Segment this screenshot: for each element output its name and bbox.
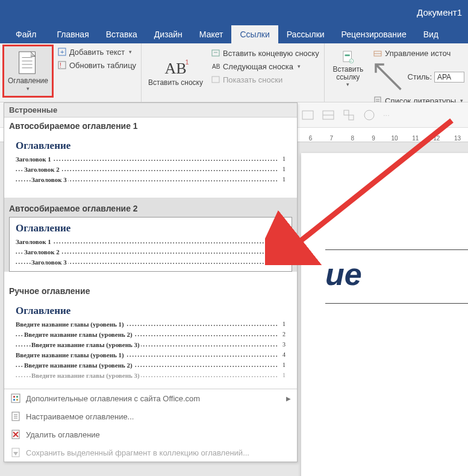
gallery-header-builtin: Встроенные	[4, 103, 297, 117]
insert-endnote-button[interactable]: Вставить концевую сноску	[210, 47, 320, 59]
update-icon: !	[57, 60, 67, 70]
document-icon	[17, 51, 39, 76]
tab-references[interactable]: Ссылки	[231, 25, 278, 43]
svg-rect-30	[16, 396, 18, 398]
title-bar: Документ1	[0, 0, 468, 24]
show-notes-button[interactable]: Показать сноски	[210, 74, 320, 86]
menu-remove-toc-label: Удалить оглавление	[26, 430, 100, 439]
toolbar-icon-3[interactable]	[342, 108, 355, 122]
remove-toc-icon	[10, 429, 21, 440]
svg-rect-26	[349, 115, 354, 120]
tab-home[interactable]: Главная	[48, 25, 97, 43]
ruler-mark: 7	[321, 135, 342, 142]
tab-layout[interactable]: Макет	[191, 25, 232, 43]
svg-text:AB: AB	[212, 63, 220, 70]
show-notes-icon	[211, 75, 220, 84]
next-footnote-button[interactable]: AB Следующая сноска	[210, 60, 320, 72]
ribbon: Оглавление ▾ + Добавить текст ! Обновить…	[0, 43, 468, 102]
tab-file[interactable]: Файл	[4, 25, 48, 43]
toc-gallery: Встроенные Автособираемое оглавление 1 О…	[4, 102, 298, 462]
ruler-mark: 9	[363, 135, 384, 142]
toc-button-label: Оглавление	[8, 77, 48, 85]
add-text-icon: +	[57, 47, 67, 57]
svg-rect-22	[302, 111, 313, 119]
gallery-preview-2[interactable]: Оглавление Заголовок 11 Заголовок 21 Заг…	[9, 217, 292, 272]
ruler-mark: 11	[405, 135, 426, 142]
svg-point-27	[364, 110, 374, 120]
save-selection-icon	[10, 447, 21, 458]
manage-sources-label: Управление источ	[385, 49, 451, 58]
ribbon-group-footnotes: AB 1 Вставить сноску Вставить концевую с…	[142, 43, 325, 102]
svg-text:!: !	[60, 62, 61, 69]
insert-link-label: Вставить ссылку	[331, 66, 365, 81]
svg-rect-31	[13, 399, 15, 401]
next-footnote-label: Следующая сноска	[223, 62, 293, 71]
gallery-preview-1[interactable]: Оглавление Заголовок 11 Заголовок 21 Заг…	[9, 134, 292, 189]
update-table-label: Обновить таблицу	[69, 61, 136, 70]
gallery-item-2-title[interactable]: Автособираемое оглавление 2	[4, 198, 297, 217]
svg-text:+: +	[60, 48, 64, 55]
svg-text:+: +	[350, 59, 352, 63]
document-title: Документ1	[417, 7, 462, 17]
ruler-mark: 6	[300, 135, 321, 142]
document-page[interactable]: ие	[301, 153, 468, 476]
menu-more-office[interactable]: Дополнительные оглавления с сайта Office…	[4, 389, 297, 407]
style-value: APA	[437, 73, 451, 81]
next-footnote-icon: AB	[211, 61, 220, 71]
menu-save-selection: Сохранить выделенный фрагмент в коллекци…	[4, 443, 297, 462]
style-icon	[372, 60, 405, 93]
tab-design[interactable]: Дизайн	[146, 25, 191, 43]
toolbar-icon-4[interactable]	[363, 108, 376, 122]
insert-footnote-button[interactable]: AB 1 Вставить сноску	[144, 46, 207, 99]
preview-1-title: Оглавление	[16, 140, 285, 152]
toolbar-icon-1[interactable]	[301, 108, 314, 122]
custom-toc-icon	[10, 411, 21, 422]
document-title-fragment: ие	[325, 257, 362, 292]
svg-rect-9	[212, 50, 219, 56]
gallery-footer: Дополнительные оглавления с сайта Office…	[4, 389, 297, 462]
ruler-mark: 8	[342, 135, 363, 142]
tab-view[interactable]: Вид	[415, 25, 447, 43]
toc-button[interactable]: Оглавление ▾	[2, 45, 54, 98]
ruler-mark: 13	[447, 135, 468, 142]
svg-rect-12	[212, 77, 219, 83]
preview-2-title: Оглавление	[16, 222, 285, 234]
tab-review[interactable]: Рецензирование	[333, 25, 415, 43]
ruler-mark: 10	[384, 135, 405, 142]
menu-custom-toc-label: Настраиваемое оглавление...	[26, 412, 134, 421]
style-selector: Стиль: APA	[372, 60, 464, 93]
menu-more-office-label: Дополнительные оглавления с сайта Office…	[26, 394, 200, 403]
style-dropdown[interactable]: APA	[434, 72, 464, 83]
svg-rect-29	[13, 396, 15, 398]
tab-insert[interactable]: Вставка	[98, 25, 146, 43]
chevron-right-icon: ▶	[286, 395, 291, 402]
svg-rect-32	[16, 399, 18, 401]
ribbon-group-toc: Оглавление ▾ + Добавить текст ! Обновить…	[0, 43, 142, 102]
tab-mailings[interactable]: Рассылки	[278, 25, 333, 43]
insert-link-button[interactable]: + Вставить ссылку ▾	[327, 46, 369, 90]
svg-rect-14	[345, 54, 349, 56]
gallery-preview-3[interactable]: Оглавление Введите название главы (урове…	[9, 299, 292, 385]
sources-icon	[373, 48, 382, 58]
update-table-button[interactable]: ! Обновить таблицу	[56, 59, 137, 71]
ribbon-tabs: Файл Главная Вставка Дизайн Макет Ссылки…	[0, 24, 468, 43]
add-text-button[interactable]: + Добавить текст	[56, 46, 137, 58]
ab-icon: AB	[164, 60, 186, 78]
menu-save-selection-label: Сохранить выделенный фрагмент в коллекци…	[26, 448, 249, 457]
insert-footnote-label: Вставить сноску	[148, 79, 203, 87]
link-icon: +	[339, 49, 358, 64]
add-text-label: Добавить текст	[69, 48, 125, 57]
endnote-icon	[211, 48, 220, 58]
style-label: Стиль:	[407, 72, 432, 81]
manage-sources-button[interactable]: Управление источ	[372, 47, 464, 59]
svg-rect-28	[11, 394, 20, 402]
menu-custom-toc[interactable]: Настраиваемое оглавление...	[4, 407, 297, 425]
ruler-mark: 12	[426, 135, 447, 142]
toolbar-icon-2[interactable]	[322, 108, 335, 122]
gallery-item-3-title[interactable]: Ручное оглавление	[4, 280, 297, 299]
ribbon-group-citations: + Вставить ссылку ▾ Управление источ Сти…	[325, 43, 468, 102]
menu-remove-toc[interactable]: Удалить оглавление	[4, 425, 297, 443]
preview-3-title: Оглавление	[16, 305, 285, 317]
svg-rect-25	[344, 110, 349, 115]
gallery-item-1-title[interactable]: Автособираемое оглавление 1	[4, 117, 297, 134]
